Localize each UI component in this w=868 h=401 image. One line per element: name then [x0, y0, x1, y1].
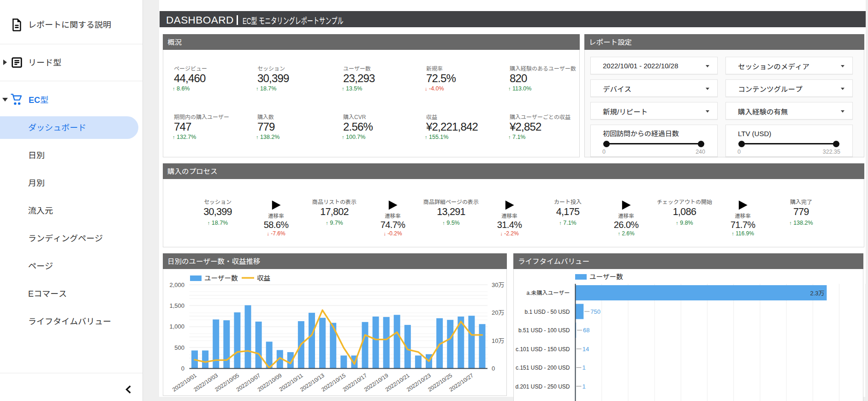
- svg-text:a.未購入ユーザー: a.未購入ユーザー: [526, 288, 570, 296]
- svg-text:500: 500: [174, 343, 184, 352]
- svg-text:1,000: 1,000: [169, 322, 184, 330]
- svg-text:2022/10/09: 2022/10/09: [256, 371, 283, 393]
- svg-text:750: 750: [590, 307, 600, 316]
- svg-text:0: 0: [492, 364, 495, 372]
- svg-text:b.51 USD - 100 USD: b.51 USD - 100 USD: [518, 326, 570, 334]
- svg-text:68: 68: [583, 325, 589, 334]
- svg-text:1,500: 1,500: [169, 301, 184, 310]
- svg-text:c.101 USD - 150 USD: c.101 USD - 150 USD: [516, 345, 570, 353]
- svg-text:2.3万: 2.3万: [810, 288, 824, 297]
- svg-text:0: 0: [181, 364, 184, 372]
- svg-text:ユーザー数: ユーザー数: [204, 273, 238, 282]
- svg-text:b.1 USD - 50 USD: b.1 USD - 50 USD: [524, 307, 570, 315]
- svg-text:ユーザー数: ユーザー数: [589, 271, 623, 281]
- svg-text:2,000: 2,000: [169, 280, 184, 289]
- svg-text:14: 14: [583, 344, 589, 353]
- svg-text:収益: 収益: [257, 273, 270, 282]
- svg-text:c.151 USD - 200 USD: c.151 USD - 200 USD: [516, 363, 570, 371]
- svg-text:10万: 10万: [492, 336, 504, 345]
- svg-text:20万: 20万: [492, 308, 504, 317]
- svg-text:30万: 30万: [492, 280, 504, 289]
- svg-text:1: 1: [583, 363, 586, 371]
- svg-text:2022/10/27: 2022/10/27: [447, 371, 475, 393]
- svg-text:1: 1: [583, 382, 586, 390]
- svg-text:d.201 USD - 250 USD: d.201 USD - 250 USD: [515, 382, 570, 390]
